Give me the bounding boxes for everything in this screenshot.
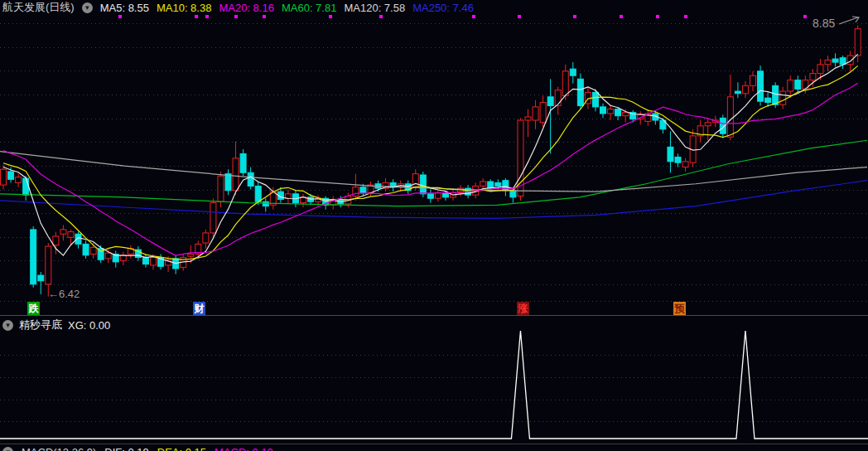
chart-header: 航天发展(日线) ▾ MA5: 8.55 MA10: 8.38 MA20: 8.… <box>2 1 474 14</box>
marker-die[interactable]: 跌 <box>27 302 40 315</box>
marker-cai[interactable]: 财 <box>193 302 205 315</box>
sub-indicator-header: ▾ 精秒寻底 XG: 0.00 <box>2 318 110 332</box>
low-price-annotation: ←6.42 <box>48 288 80 300</box>
stock-chart-window: 航天发展(日线) ▾ MA5: 8.55 MA10: 8.38 MA20: 8.… <box>0 0 868 451</box>
macd-dea-label: DEA: 0.15 <box>157 446 206 451</box>
macd-dif-label: DIF: 0.19 <box>104 446 148 451</box>
collapse-sub-icon[interactable]: ▾ <box>2 320 13 331</box>
marker-zhang[interactable]: 涨 <box>517 302 529 315</box>
macd-macd-label: MACD: 0.10 <box>215 446 273 451</box>
sub-indicator-value: XG: 0.00 <box>68 319 110 332</box>
high-price-annotation: 8.85 <box>813 17 835 30</box>
macd-indicator-label: MACD(12,26,9) <box>22 446 96 451</box>
ma60-legend: MA60: 7.81 <box>282 2 337 14</box>
ma120-legend: MA120: 7.58 <box>344 2 405 14</box>
collapse-main-icon[interactable]: ▾ <box>82 2 93 13</box>
sub-indicator-title: 精秒寻底 <box>19 318 62 332</box>
macd-footer: ▾ MACD(12,26,9) DIF: 0.19 DEA: 0.15 MACD… <box>2 445 273 451</box>
ma250-legend: MA250: 7.46 <box>412 2 474 14</box>
marker-yu[interactable]: 预 <box>673 302 686 315</box>
ma20-legend: MA20: 8.16 <box>219 2 274 14</box>
ma10-legend: MA10: 8.38 <box>157 2 212 14</box>
stock-title: 航天发展(日线) <box>2 0 75 15</box>
ma5-legend: MA5: 8.55 <box>100 2 149 14</box>
collapse-macd-icon[interactable]: ▾ <box>2 447 13 451</box>
chart-canvas[interactable] <box>0 0 868 451</box>
